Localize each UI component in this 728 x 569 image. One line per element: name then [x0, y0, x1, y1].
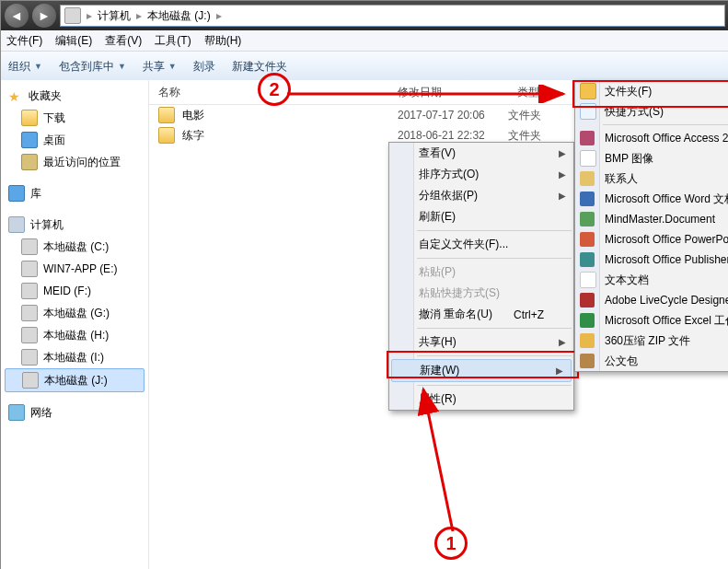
publisher-icon	[580, 252, 595, 267]
toolbar-include-in-library[interactable]: 包含到库中▼	[59, 59, 126, 75]
submenu-arrow-icon: ▶	[559, 337, 566, 347]
sidebar-item-drive-i[interactable]: 本地磁盘 (I:)	[1, 346, 148, 368]
new-publisher[interactable]: Microsoft Office Publisher 文档	[575, 250, 728, 270]
ctx-groupby[interactable]: 分组依据(P)▶	[389, 185, 573, 206]
file-date: 2017-07-17 20:06	[398, 109, 508, 122]
mindmaster-icon	[580, 212, 595, 226]
column-date[interactable]: 修改日期	[398, 85, 517, 100]
new-zip[interactable]: 360压缩 ZIP 文件	[575, 331, 728, 351]
folder-icon	[580, 83, 596, 99]
menu-file[interactable]: 文件(F)	[6, 33, 42, 49]
file-name: 电影	[182, 108, 398, 123]
new-powerpoint[interactable]: Microsoft Office PowerPoint 演示文稿	[575, 229, 728, 250]
file-date: 2018-06-21 22:32	[398, 129, 508, 142]
new-contact[interactable]: 联系人	[575, 168, 728, 189]
new-word-doc[interactable]: Microsoft Office Word 文档	[575, 189, 728, 209]
sidebar-network[interactable]: 网络	[1, 401, 148, 424]
sidebar-item-drive-c[interactable]: 本地磁盘 (C:)	[1, 236, 148, 258]
nav-forward-button[interactable]: ►	[32, 4, 56, 28]
new-submenu: 文件夹(F) 快捷方式(S) Microsoft Office Access 2…	[574, 80, 728, 372]
submenu-arrow-icon: ▶	[556, 366, 563, 376]
drive-icon	[21, 283, 38, 299]
address-bar[interactable]: ▸ 计算机 ▸ 本地磁盘 (J:) ▸	[60, 5, 725, 27]
ctx-new[interactable]: 新建(W)▶	[391, 359, 572, 382]
new-shortcut[interactable]: 快捷方式(S)	[575, 101, 728, 122]
ctx-sortby[interactable]: 排序方式(O)▶	[389, 164, 573, 185]
contact-icon	[580, 171, 595, 186]
ctx-customize-folder[interactable]: 自定义文件夹(F)...	[389, 234, 573, 255]
bmp-icon	[580, 150, 596, 167]
sidebar-libraries[interactable]: 库	[1, 182, 148, 204]
library-icon	[8, 185, 25, 202]
ctx-properties[interactable]: 属性(R)	[389, 389, 573, 410]
drive-icon	[64, 7, 81, 24]
sidebar-item-recent[interactable]: 最近访问的位置	[1, 151, 148, 173]
ctx-refresh[interactable]: 刷新(E)	[389, 206, 573, 227]
ctx-paste: 粘贴(P)	[389, 261, 573, 283]
column-name[interactable]: 名称	[158, 85, 398, 100]
breadcrumb-sep-icon: ▸	[87, 9, 92, 22]
breadcrumb-sep-icon: ▸	[136, 9, 142, 22]
new-access-db[interactable]: Microsoft Office Access 2007 数据库	[575, 128, 728, 148]
ctx-share[interactable]: 共享(H)▶	[389, 331, 573, 353]
new-mindmaster[interactable]: MindMaster.Document	[575, 209, 728, 229]
toolbar: 组织▼ 包含到库中▼ 共享▼ 刻录 新建文件夹	[1, 52, 728, 82]
zip-icon	[580, 333, 595, 348]
network-icon	[8, 404, 25, 421]
sidebar-item-drive-g[interactable]: 本地磁盘 (G:)	[1, 302, 148, 324]
briefcase-icon	[580, 354, 595, 368]
sidebar-item-desktop[interactable]: 桌面	[1, 129, 148, 151]
drive-icon	[22, 372, 39, 389]
shortcut-icon	[580, 103, 596, 120]
folder-icon	[21, 110, 38, 126]
breadcrumb-drive[interactable]: 本地磁盘 (J:)	[147, 8, 211, 24]
sidebar-item-drive-f[interactable]: MEID (F:)	[1, 280, 148, 302]
sidebar-item-downloads[interactable]: 下载	[1, 107, 148, 129]
toolbar-organize[interactable]: 组织▼	[8, 59, 42, 75]
breadcrumb-sep-icon: ▸	[216, 9, 222, 22]
toolbar-burn[interactable]: 刻录	[193, 59, 215, 75]
nav-back-button[interactable]: ◄	[5, 4, 29, 28]
ctx-undo-rename[interactable]: 撤消 重命名(U)Ctrl+Z	[389, 304, 573, 325]
menu-view[interactable]: 查看(V)	[105, 33, 142, 49]
submenu-arrow-icon: ▶	[559, 169, 566, 180]
menu-edit[interactable]: 编辑(E)	[55, 33, 92, 49]
new-briefcase[interactable]: 公文包	[575, 351, 728, 371]
word-icon	[580, 192, 595, 206]
folder-icon	[158, 107, 175, 123]
new-text-doc[interactable]: 文本文档	[575, 270, 728, 290]
ctx-paste-shortcut: 粘贴快捷方式(S)	[389, 283, 573, 304]
livecycle-icon	[580, 293, 595, 308]
sidebar-item-drive-j[interactable]: 本地磁盘 (J:)	[5, 368, 144, 392]
submenu-arrow-icon: ▶	[559, 191, 566, 201]
toolbar-new-folder[interactable]: 新建文件夹	[232, 59, 287, 75]
file-name: 练字	[182, 128, 398, 144]
folder-icon	[158, 127, 175, 144]
star-icon: ★	[8, 89, 23, 104]
menu-help[interactable]: 帮助(H)	[204, 33, 242, 49]
new-excel[interactable]: Microsoft Office Excel 工作表	[575, 310, 728, 331]
new-folder[interactable]: 文件夹(F)	[575, 81, 728, 101]
svg-line-1	[423, 389, 453, 531]
drive-icon	[21, 327, 38, 343]
powerpoint-icon	[580, 232, 595, 247]
sidebar-computer[interactable]: 计算机	[1, 214, 148, 236]
ctx-view[interactable]: 查看(V)▶	[389, 143, 573, 164]
submenu-arrow-icon: ▶	[559, 148, 566, 158]
drive-icon	[21, 349, 38, 366]
explorer-window: ◄ ► ▸ 计算机 ▸ 本地磁盘 (J:) ▸ 文件(F) 编辑(E) 查看(V…	[0, 0, 728, 569]
sidebar-item-drive-h[interactable]: 本地磁盘 (H:)	[1, 324, 148, 346]
menu-tools[interactable]: 工具(T)	[155, 33, 191, 49]
navigation-pane: ★收藏夹 下载 桌面 最近访问的位置 库 计算机 本地磁盘 (C:) WIN7-…	[1, 80, 149, 569]
file-list-area[interactable]: 名称 修改日期 类型 大小 电影 2017-07-17 20:06 文件夹 练字…	[149, 80, 728, 569]
new-bmp[interactable]: BMP 图像	[575, 148, 728, 168]
sidebar-favorites[interactable]: ★收藏夹	[1, 86, 148, 107]
new-livecycle[interactable]: Adobe LiveCycle Designer Document	[575, 290, 728, 310]
drive-icon	[21, 305, 38, 321]
context-menu: 查看(V)▶ 排序方式(O)▶ 分组依据(P)▶ 刷新(E) 自定义文件夹(F)…	[388, 142, 574, 411]
drive-icon	[21, 238, 38, 255]
desktop-icon	[21, 132, 38, 148]
sidebar-item-drive-e[interactable]: WIN7-APP (E:)	[1, 258, 148, 280]
toolbar-share[interactable]: 共享▼	[143, 59, 177, 75]
breadcrumb-computer[interactable]: 计算机	[98, 8, 131, 24]
